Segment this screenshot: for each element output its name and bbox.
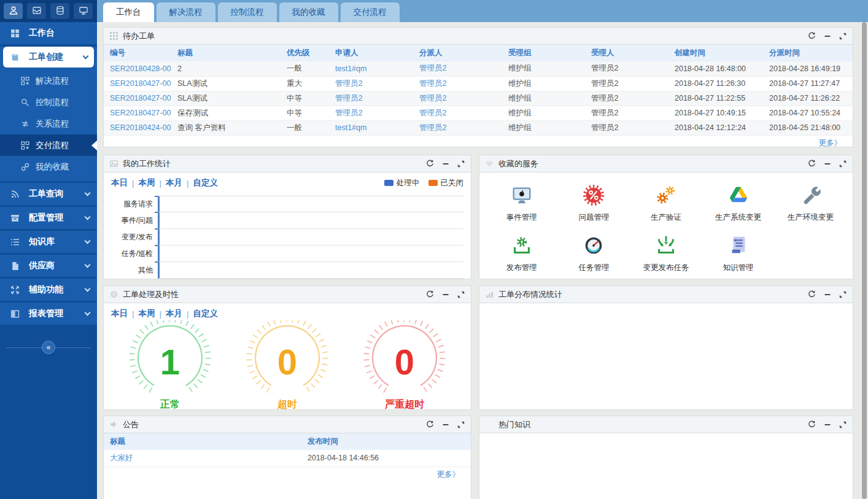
separator: |: [160, 179, 162, 188]
service-production-system-change[interactable]: 生产系统变更: [702, 184, 775, 223]
col-priority[interactable]: 优先级: [281, 45, 329, 61]
refresh-icon[interactable]: [426, 420, 434, 428]
ticket-number-link[interactable]: SER20180427-0030: [110, 109, 171, 117]
sidebar-item-config-mgmt[interactable]: 配置管理: [0, 207, 97, 229]
col-create-time[interactable]: 创建时间: [668, 45, 763, 61]
dispatcher-link[interactable]: 管理员2: [419, 79, 446, 88]
applicant-link[interactable]: test1#qm: [335, 64, 366, 73]
sidebar-subitem-delivery-flow[interactable]: 交付流程: [0, 134, 97, 156]
dispatcher-link[interactable]: 管理员2: [419, 123, 446, 132]
col-accept-group[interactable]: 受理组: [502, 45, 585, 61]
dispatcher-link[interactable]: 管理员2: [419, 109, 446, 117]
service-production-verify[interactable]: 生产验证: [630, 184, 702, 223]
scrollbar-thumb[interactable]: [862, 22, 867, 499]
tab-control-flow[interactable]: 控制流程: [218, 2, 277, 22]
col-dispatcher[interactable]: 分派人: [413, 45, 502, 61]
minimize-icon[interactable]: [824, 291, 831, 298]
minimize-icon[interactable]: [824, 421, 831, 428]
expand-icon[interactable]: [457, 160, 465, 168]
sidebar-item-label: 工单创建: [29, 52, 63, 63]
refresh-icon[interactable]: [808, 290, 816, 298]
refresh-icon[interactable]: [426, 160, 434, 168]
minimize-icon[interactable]: [824, 160, 831, 168]
refresh-icon[interactable]: [808, 32, 816, 40]
sidebar-subitem-resolve-flow[interactable]: 解决流程: [0, 70, 97, 91]
applicant-link[interactable]: 管理员2: [335, 94, 362, 103]
tab-resolve-flow[interactable]: 解决流程: [157, 2, 215, 22]
sidebar-item-report-mgmt[interactable]: 报表管理: [0, 303, 97, 325]
filter-this-month[interactable]: 本月: [166, 308, 182, 319]
col-title[interactable]: 标题: [171, 45, 281, 61]
filter-today[interactable]: 本日: [111, 308, 128, 319]
service-incident-mgmt[interactable]: 事件管理: [486, 184, 558, 223]
sidebar-subitem-relation-flow[interactable]: 关系流程: [0, 113, 97, 134]
ticket-number-link[interactable]: SER20180428-0038: [110, 64, 171, 73]
service-production-env-change[interactable]: 生产环境变更: [774, 184, 847, 223]
service-problem-mgmt[interactable]: 问题管理: [558, 184, 630, 223]
sidebar-item-ticket-create[interactable]: 工单创建: [3, 47, 94, 68]
refresh-icon[interactable]: [426, 290, 434, 298]
service-change-release-task[interactable]: 变更发布任务: [630, 234, 702, 273]
col-acceptor[interactable]: 受理人: [585, 45, 668, 61]
tab-delivery-flow[interactable]: 交付流程: [341, 2, 400, 22]
col-publish-time[interactable]: 发布时间: [301, 433, 471, 450]
sidebar-subitem-my-favorites[interactable]: 我的收藏: [0, 156, 97, 177]
refresh-icon[interactable]: [808, 160, 816, 168]
minimize-icon[interactable]: [824, 33, 831, 40]
ticket-number-link[interactable]: SER20180427-0031: [110, 94, 171, 103]
expand-icon[interactable]: [457, 421, 465, 428]
sidebar-item-workbench[interactable]: 工作台: [0, 22, 97, 44]
expand-icon[interactable]: [839, 421, 847, 428]
filter-this-week[interactable]: 本周: [139, 308, 155, 319]
col-applicant[interactable]: 申请人: [329, 45, 413, 61]
expand-icon[interactable]: [839, 291, 847, 298]
monitor-button[interactable]: [74, 3, 93, 19]
applicant-link[interactable]: 管理员2: [335, 79, 362, 88]
tab-my-favorites[interactable]: 我的收藏: [279, 2, 338, 22]
columns-icon: [10, 309, 20, 319]
col-dispatch-time[interactable]: 分派时间: [763, 45, 853, 61]
col-title[interactable]: 标题: [104, 433, 301, 450]
applicant-link[interactable]: test1#qm: [335, 123, 366, 132]
panel-timeliness: ? 工单处理及时性 本日| 本周| 本月| 自定义: [103, 285, 471, 410]
ticket-number-link[interactable]: SER20180427-0032: [110, 79, 171, 88]
collapse-sidebar-button[interactable]: «: [42, 341, 55, 354]
vertical-scrollbar[interactable]: [858, 22, 868, 499]
acceptor: 管理员2: [585, 91, 668, 106]
expand-icon[interactable]: [839, 33, 847, 40]
sidebar-item-supplier[interactable]: 供应商: [0, 255, 97, 277]
minimize-icon[interactable]: [442, 291, 449, 298]
service-task-mgmt[interactable]: 任务管理: [558, 234, 630, 273]
announcement-link[interactable]: 大家好: [110, 454, 133, 462]
sidebar-subitem-control-flow[interactable]: 控制流程: [0, 91, 97, 113]
service-label: 任务管理: [578, 263, 609, 273]
refresh-icon[interactable]: [808, 420, 816, 428]
ticket-number-link[interactable]: SER20180424-0023: [110, 123, 171, 132]
user-button[interactable]: [4, 3, 23, 19]
filter-custom[interactable]: 自定义: [193, 177, 219, 188]
filter-custom[interactable]: 自定义: [193, 308, 219, 319]
sidebar-item-ticket-query[interactable]: 工单查询: [0, 183, 97, 205]
filter-this-week[interactable]: 本周: [139, 177, 155, 188]
service-release-mgmt[interactable]: 发布管理: [486, 234, 558, 273]
percent-badge-icon: [582, 184, 605, 207]
minimize-icon[interactable]: [442, 160, 449, 168]
more-link[interactable]: 更多》: [437, 470, 460, 479]
inbox-button[interactable]: [27, 3, 46, 19]
expand-icon[interactable]: [839, 160, 847, 168]
minimize-icon[interactable]: [442, 421, 449, 428]
service-knowledge-mgmt[interactable]: 知识管理: [702, 234, 775, 273]
database-button[interactable]: [50, 3, 69, 19]
dispatcher-link[interactable]: 管理员2: [419, 94, 446, 103]
sidebar-item-knowledge-base[interactable]: 知识库: [0, 231, 97, 253]
col-number[interactable]: 编号: [104, 45, 171, 61]
filter-this-month[interactable]: 本月: [166, 177, 182, 188]
expand-icon[interactable]: [457, 291, 465, 298]
applicant-link[interactable]: 管理员2: [335, 109, 362, 117]
more-link[interactable]: 更多》: [819, 139, 842, 147]
filter-today[interactable]: 本日: [111, 177, 128, 188]
sidebar-item-aux-functions[interactable]: 辅助功能: [0, 279, 97, 301]
tab-workbench[interactable]: 工作台: [103, 2, 154, 22]
dispatcher-link[interactable]: 管理员2: [419, 64, 446, 72]
panel-my-work-stats: 我的工作统计 本日| 本周| 本月| 自定义 处理中 已关闭 服务请求 事件/问…: [103, 155, 471, 279]
